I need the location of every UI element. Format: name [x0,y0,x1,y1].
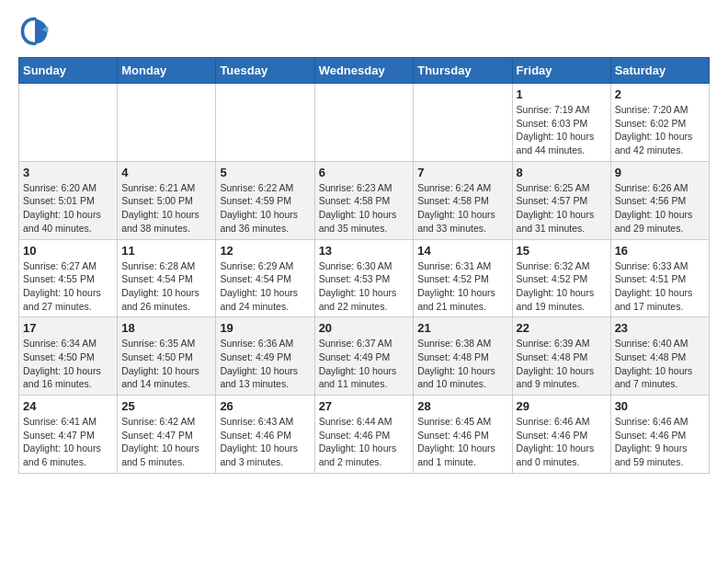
calendar-cell: 5Sunrise: 6:22 AM Sunset: 4:59 PM Daylig… [216,161,314,239]
day-number: 12 [220,244,310,258]
logo [18,15,57,48]
day-number: 9 [615,166,705,179]
day-number: 10 [23,244,113,258]
day-number: 16 [615,244,705,258]
day-number: 29 [517,399,607,413]
day-number: 28 [417,399,507,413]
day-number: 14 [417,244,507,258]
day-number: 19 [220,321,310,335]
calendar-cell: 8Sunrise: 6:25 AM Sunset: 4:57 PM Daylig… [512,161,610,239]
header [18,15,710,48]
calendar-cell: 13Sunrise: 6:30 AM Sunset: 4:53 PM Dayli… [314,239,414,317]
calendar-cell: 11Sunrise: 6:28 AM Sunset: 4:54 PM Dayli… [118,239,216,317]
calendar-cell: 27Sunrise: 6:44 AM Sunset: 4:46 PM Dayli… [314,396,414,474]
day-info: Sunrise: 6:38 AM Sunset: 4:48 PM Dayligh… [417,337,507,391]
day-info: Sunrise: 6:25 AM Sunset: 4:57 PM Dayligh… [517,181,607,236]
day-info: Sunrise: 7:19 AM Sunset: 6:03 PM Dayligh… [517,103,607,157]
calendar-cell: 4Sunrise: 6:21 AM Sunset: 5:00 PM Daylig… [118,161,216,239]
calendar-cell: 21Sunrise: 6:38 AM Sunset: 4:48 PM Dayli… [414,317,512,396]
calendar-cell [414,84,512,162]
calendar-cell [216,84,314,162]
calendar-header-saturday: Saturday [610,58,709,84]
day-number: 13 [319,244,410,258]
calendar-cell: 28Sunrise: 6:45 AM Sunset: 4:46 PM Dayli… [414,396,512,474]
calendar-cell: 2Sunrise: 7:20 AM Sunset: 6:02 PM Daylig… [610,84,709,162]
day-number: 6 [319,166,410,179]
day-info: Sunrise: 6:22 AM Sunset: 4:59 PM Dayligh… [220,181,310,236]
calendar-cell: 29Sunrise: 6:46 AM Sunset: 4:46 PM Dayli… [512,396,610,474]
day-info: Sunrise: 6:44 AM Sunset: 4:46 PM Dayligh… [319,415,410,469]
calendar-cell: 14Sunrise: 6:31 AM Sunset: 4:52 PM Dayli… [414,239,512,317]
day-info: Sunrise: 6:32 AM Sunset: 4:52 PM Dayligh… [517,259,607,314]
calendar-header-row: SundayMondayTuesdayWednesdayThursdayFrid… [19,58,710,84]
day-info: Sunrise: 6:23 AM Sunset: 4:58 PM Dayligh… [319,181,410,236]
day-info: Sunrise: 6:46 AM Sunset: 4:46 PM Dayligh… [615,415,705,469]
day-number: 17 [23,321,113,335]
day-info: Sunrise: 6:28 AM Sunset: 4:54 PM Dayligh… [121,259,211,314]
calendar-week-row: 10Sunrise: 6:27 AM Sunset: 4:55 PM Dayli… [19,239,710,317]
day-info: Sunrise: 6:24 AM Sunset: 4:58 PM Dayligh… [417,181,507,236]
day-info: Sunrise: 6:37 AM Sunset: 4:49 PM Dayligh… [319,337,410,391]
day-number: 24 [23,399,113,413]
day-number: 2 [615,87,705,101]
calendar-cell: 1Sunrise: 7:19 AM Sunset: 6:03 PM Daylig… [512,84,610,162]
calendar-cell: 18Sunrise: 6:35 AM Sunset: 4:50 PM Dayli… [118,317,216,396]
day-number: 22 [517,321,607,335]
day-number: 7 [417,166,507,179]
calendar-cell: 7Sunrise: 6:24 AM Sunset: 4:58 PM Daylig… [414,161,512,239]
calendar-cell: 25Sunrise: 6:42 AM Sunset: 4:47 PM Dayli… [118,396,216,474]
calendar-header-tuesday: Tuesday [216,58,314,84]
day-info: Sunrise: 6:42 AM Sunset: 4:47 PM Dayligh… [121,415,211,469]
day-number: 30 [615,399,705,413]
day-number: 11 [121,244,211,258]
day-info: Sunrise: 6:45 AM Sunset: 4:46 PM Dayligh… [417,415,507,469]
day-info: Sunrise: 6:27 AM Sunset: 4:55 PM Dayligh… [23,259,113,314]
day-info: Sunrise: 6:36 AM Sunset: 4:49 PM Dayligh… [220,337,310,391]
day-info: Sunrise: 6:46 AM Sunset: 4:46 PM Dayligh… [517,415,607,469]
calendar-header-friday: Friday [512,58,610,84]
calendar-cell [118,84,216,162]
calendar-cell: 26Sunrise: 6:43 AM Sunset: 4:46 PM Dayli… [216,396,314,474]
day-info: Sunrise: 6:30 AM Sunset: 4:53 PM Dayligh… [319,259,410,314]
day-info: Sunrise: 6:43 AM Sunset: 4:46 PM Dayligh… [220,415,310,469]
day-info: Sunrise: 6:40 AM Sunset: 4:48 PM Dayligh… [615,337,705,391]
day-number: 3 [23,166,113,179]
calendar-cell: 30Sunrise: 6:46 AM Sunset: 4:46 PM Dayli… [610,396,709,474]
calendar-cell [314,84,414,162]
day-number: 21 [417,321,507,335]
calendar-cell: 3Sunrise: 6:20 AM Sunset: 5:01 PM Daylig… [19,161,118,239]
day-info: Sunrise: 7:20 AM Sunset: 6:02 PM Dayligh… [615,103,705,157]
calendar-cell [19,84,118,162]
day-info: Sunrise: 6:35 AM Sunset: 4:50 PM Dayligh… [121,337,211,391]
calendar-week-row: 3Sunrise: 6:20 AM Sunset: 5:01 PM Daylig… [19,161,710,239]
day-number: 15 [517,244,607,258]
day-number: 23 [615,321,705,335]
calendar-cell: 24Sunrise: 6:41 AM Sunset: 4:47 PM Dayli… [19,396,118,474]
day-info: Sunrise: 6:29 AM Sunset: 4:54 PM Dayligh… [220,259,310,314]
day-info: Sunrise: 6:26 AM Sunset: 4:56 PM Dayligh… [615,181,705,236]
calendar-week-row: 17Sunrise: 6:34 AM Sunset: 4:50 PM Dayli… [19,317,710,396]
day-number: 27 [319,399,410,413]
calendar-cell: 16Sunrise: 6:33 AM Sunset: 4:51 PM Dayli… [610,239,709,317]
day-number: 25 [121,399,211,413]
calendar-header-thursday: Thursday [414,58,512,84]
day-info: Sunrise: 6:33 AM Sunset: 4:51 PM Dayligh… [615,259,705,314]
calendar-cell: 22Sunrise: 6:39 AM Sunset: 4:48 PM Dayli… [512,317,610,396]
day-info: Sunrise: 6:20 AM Sunset: 5:01 PM Dayligh… [23,181,113,236]
day-number: 8 [517,166,607,179]
day-number: 18 [121,321,211,335]
calendar-cell: 19Sunrise: 6:36 AM Sunset: 4:49 PM Dayli… [216,317,314,396]
calendar-header-wednesday: Wednesday [314,58,414,84]
calendar-header-monday: Monday [118,58,216,84]
day-number: 1 [517,87,607,101]
day-number: 20 [319,321,410,335]
day-info: Sunrise: 6:31 AM Sunset: 4:52 PM Dayligh… [417,259,507,314]
calendar-header-sunday: Sunday [19,58,118,84]
calendar-week-row: 1Sunrise: 7:19 AM Sunset: 6:03 PM Daylig… [19,84,710,162]
calendar-cell: 15Sunrise: 6:32 AM Sunset: 4:52 PM Dayli… [512,239,610,317]
calendar-cell: 17Sunrise: 6:34 AM Sunset: 4:50 PM Dayli… [19,317,118,396]
day-info: Sunrise: 6:39 AM Sunset: 4:48 PM Dayligh… [517,337,607,391]
day-number: 5 [220,166,310,179]
calendar-cell: 20Sunrise: 6:37 AM Sunset: 4:49 PM Dayli… [314,317,414,396]
calendar-cell: 10Sunrise: 6:27 AM Sunset: 4:55 PM Dayli… [19,239,118,317]
